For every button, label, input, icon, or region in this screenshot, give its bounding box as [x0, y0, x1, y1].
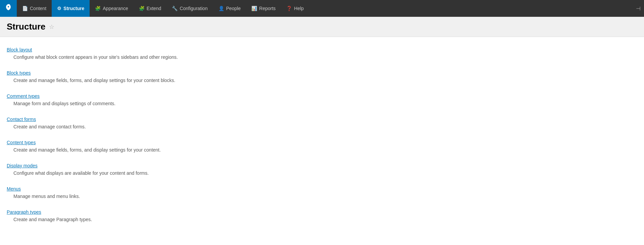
- nav-item-label: Content: [30, 6, 46, 11]
- structure-item-link[interactable]: Paragraph types: [7, 209, 41, 215]
- people-icon: 👤: [218, 6, 224, 11]
- structure-item-link[interactable]: Contact forms: [7, 117, 36, 122]
- page-title: Structure: [7, 22, 46, 32]
- nav-item-label: Reports: [259, 6, 276, 11]
- structure-item-description: Configure what block content appears in …: [13, 54, 637, 61]
- structure-item: Display modesConfigure what displays are…: [7, 163, 637, 177]
- collapse-icon[interactable]: ⊣: [636, 5, 641, 12]
- nav-items: 📄Content⚙Structure🧩Appearance🧩Extend🔧Con…: [17, 0, 309, 17]
- structure-list: Block layoutConfigure what block content…: [7, 47, 637, 223]
- nav-item-reports[interactable]: 📊Reports: [246, 0, 281, 17]
- nav-item-label: Appearance: [103, 6, 128, 11]
- extend-icon: 🧩: [139, 6, 145, 11]
- nav-item-content[interactable]: 📄Content: [17, 0, 52, 17]
- structure-item-description: Create and manage fields, forms, and dis…: [13, 147, 637, 154]
- structure-item: Paragraph typesCreate and manage Paragra…: [7, 209, 637, 223]
- structure-item-description: Manage form and displays settings of com…: [13, 100, 637, 107]
- structure-item-description: Configure what displays are available fo…: [13, 170, 637, 177]
- nav-item-label: Help: [294, 6, 304, 11]
- favorite-star-icon[interactable]: ☆: [49, 23, 54, 31]
- structure-item-link[interactable]: Menus: [7, 186, 21, 192]
- structure-item: Content typesCreate and manage fields, f…: [7, 140, 637, 154]
- structure-icon: ⚙: [57, 6, 61, 11]
- nav-item-configuration[interactable]: 🔧Configuration: [166, 0, 213, 17]
- nav-item-people[interactable]: 👤People: [213, 0, 246, 17]
- structure-item: Block layoutConfigure what block content…: [7, 47, 637, 61]
- structure-item: Comment typesManage form and displays se…: [7, 93, 637, 107]
- page-header: Structure ☆: [0, 17, 644, 37]
- structure-item-link[interactable]: Block layout: [7, 47, 32, 52]
- nav-item-extend[interactable]: 🧩Extend: [134, 0, 167, 17]
- help-icon: ❓: [286, 6, 292, 11]
- nav-item-label: People: [226, 6, 241, 11]
- structure-item-link[interactable]: Comment types: [7, 93, 40, 99]
- structure-item: Block typesCreate and manage fields, for…: [7, 70, 637, 84]
- navbar-right: ⊣: [636, 5, 644, 12]
- structure-item-link[interactable]: Display modes: [7, 163, 38, 168]
- appearance-icon: 🧩: [95, 6, 101, 11]
- nav-item-label: Extend: [147, 6, 161, 11]
- nav-item-label: Configuration: [180, 6, 207, 11]
- configuration-icon: 🔧: [172, 6, 178, 11]
- content-icon: 📄: [22, 6, 28, 11]
- structure-item-link[interactable]: Block types: [7, 70, 31, 76]
- structure-item-description: Manage menus and menu links.: [13, 193, 637, 200]
- navbar: 📄Content⚙Structure🧩Appearance🧩Extend🔧Con…: [0, 0, 644, 17]
- nav-item-label: Structure: [63, 6, 84, 11]
- structure-item-description: Create and manage fields, forms, and dis…: [13, 77, 637, 84]
- structure-item-description: Create and manage Paragraph types.: [13, 216, 637, 223]
- reports-icon: 📊: [251, 6, 257, 11]
- structure-item: MenusManage menus and menu links.: [7, 186, 637, 200]
- main-content: Block layoutConfigure what block content…: [0, 37, 644, 243]
- drupal-logo-icon: [4, 4, 13, 13]
- structure-item-link[interactable]: Content types: [7, 140, 36, 145]
- nav-item-structure[interactable]: ⚙Structure: [52, 0, 90, 17]
- structure-item: Contact formsCreate and manage contact f…: [7, 117, 637, 130]
- nav-item-help[interactable]: ❓Help: [281, 0, 309, 17]
- site-logo[interactable]: [0, 0, 17, 17]
- nav-item-appearance[interactable]: 🧩Appearance: [90, 0, 134, 17]
- structure-item-description: Create and manage contact forms.: [13, 123, 637, 130]
